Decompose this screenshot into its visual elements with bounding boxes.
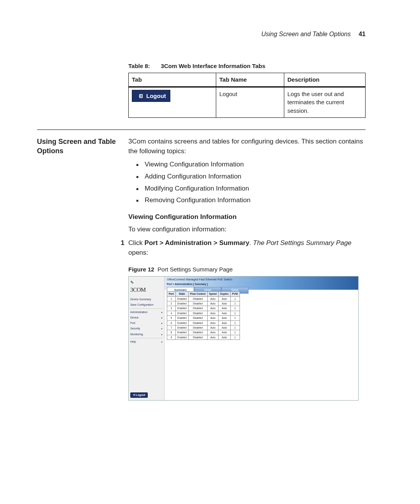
shot-sidebar: ✎3COM Device Summary Save Configuration …: [129, 276, 164, 400]
figure-label: Figure 12: [128, 266, 154, 273]
chevron-right-icon: [161, 340, 163, 344]
chevron-right-icon: [161, 310, 163, 314]
figure-title: Port Settings Summary Page: [158, 266, 233, 273]
list-item: Modifying Configuration Information: [136, 184, 366, 194]
sidebar-item-security[interactable]: Security: [130, 326, 163, 331]
list-item: Viewing Configuration Information: [136, 160, 366, 170]
grid-header: PVID: [230, 292, 240, 296]
sidebar-item-port[interactable]: Port: [130, 320, 163, 326]
cell-description: Logs the user out and terminates the cur…: [284, 87, 366, 117]
chevron-right-icon: [161, 321, 163, 325]
list-item: Adding Configuration Information: [136, 172, 366, 182]
grid-header: Duplex: [219, 292, 231, 296]
table-label: Table 8:: [128, 63, 150, 69]
col-tab-name: Tab Name: [216, 73, 284, 87]
subsection-intro: To view configuration information:: [128, 225, 366, 234]
subsection-heading: Viewing Configuration Information: [128, 212, 366, 222]
logout-tab-pill: Logout: [132, 90, 170, 102]
three-com-logo: ✎3COM: [130, 279, 163, 297]
step-text: Click Port > Administration > Summary. T…: [128, 238, 366, 257]
table-row[interactable]: 7EnabledDisabledAutoAuto1: [167, 326, 240, 330]
sidebar-item-save-configuration[interactable]: Save Configuration: [130, 302, 163, 308]
col-description: Description: [284, 73, 366, 87]
table-title: 3Com Web Interface Information Tabs: [161, 63, 266, 69]
sidebar-item-monitoring[interactable]: Monitoring: [130, 332, 163, 337]
grid-header: Flow Control: [188, 292, 207, 296]
chevron-right-icon: [161, 327, 163, 331]
topics-list: Viewing Configuration Information Adding…: [136, 160, 366, 205]
port-settings-screenshot: ✎3COM Device Summary Save Configuration …: [128, 276, 359, 401]
col-tab: Tab: [129, 73, 216, 87]
breadcrumb: Port > Administration [ Summary ]: [167, 282, 356, 286]
sidebar-item-help[interactable]: Help: [130, 339, 163, 345]
section-divider: [37, 130, 366, 130]
grid-header: Speed: [207, 292, 219, 296]
running-title: Using Screen and Table Options: [261, 31, 351, 37]
shot-main: OfficeConnect Managed Fast Ethernet PoE …: [164, 276, 358, 400]
section-heading: Using Screen and Table Options: [37, 137, 116, 401]
cell-tab-name: Logout: [216, 87, 284, 117]
sidebar-item-device-summary[interactable]: Device Summary: [130, 297, 163, 302]
table-row[interactable]: 5EnabledDisabledAutoAuto1: [167, 316, 240, 320]
section-intro: 3Com contains screens and tables for con…: [128, 137, 366, 156]
running-header: Using Screen and Table Options 41: [37, 30, 366, 38]
info-tabs-table: Tab Tab Name Description Logout Logout L…: [128, 73, 366, 118]
sidebar-item-administration[interactable]: Administration: [130, 310, 163, 315]
figure-caption: Figure 12 Port Settings Summary Page: [128, 265, 366, 274]
table-row[interactable]: 8EnabledDisabledAutoAuto1: [167, 330, 240, 335]
table-caption: Table 8:3Com Web Interface Information T…: [128, 62, 366, 70]
table-row[interactable]: 6EnabledDisabledAutoAuto1: [167, 320, 240, 325]
step-1: 1 Click Port > Administration > Summary.…: [128, 238, 366, 257]
table-row[interactable]: 4EnabledDisabledAutoAuto1: [167, 311, 240, 315]
table-row[interactable]: 1EnabledDisabledAutoAuto1: [167, 296, 240, 301]
table-row[interactable]: 3EnabledDisabledAutoAuto1: [167, 306, 240, 311]
table-row: Logout Logout Logs the user out and term…: [129, 87, 366, 117]
list-item: Removing Configuration Information: [136, 196, 366, 205]
device-title: OfficeConnect Managed Fast Ethernet PoE …: [167, 278, 356, 282]
table-row[interactable]: 2EnabledDisabledAutoAuto1: [167, 301, 240, 306]
page-number: 41: [359, 31, 366, 37]
chevron-right-icon: [161, 332, 163, 336]
logout-pill-text: Logout: [146, 92, 166, 100]
table-row[interactable]: 9EnabledDisabledAutoAuto1: [167, 335, 240, 340]
chevron-right-icon: [161, 316, 163, 320]
port-settings-table: PortStateFlow ControlSpeedDuplexPVID 1En…: [167, 291, 240, 340]
grid-header: Port: [167, 292, 176, 296]
sidebar-logout-button[interactable]: ⟲ Logout: [130, 392, 148, 398]
step-number: 1: [119, 238, 124, 257]
logout-icon: [136, 93, 144, 99]
sidebar-item-device[interactable]: Device: [130, 315, 163, 320]
grid-header: State: [176, 292, 189, 296]
